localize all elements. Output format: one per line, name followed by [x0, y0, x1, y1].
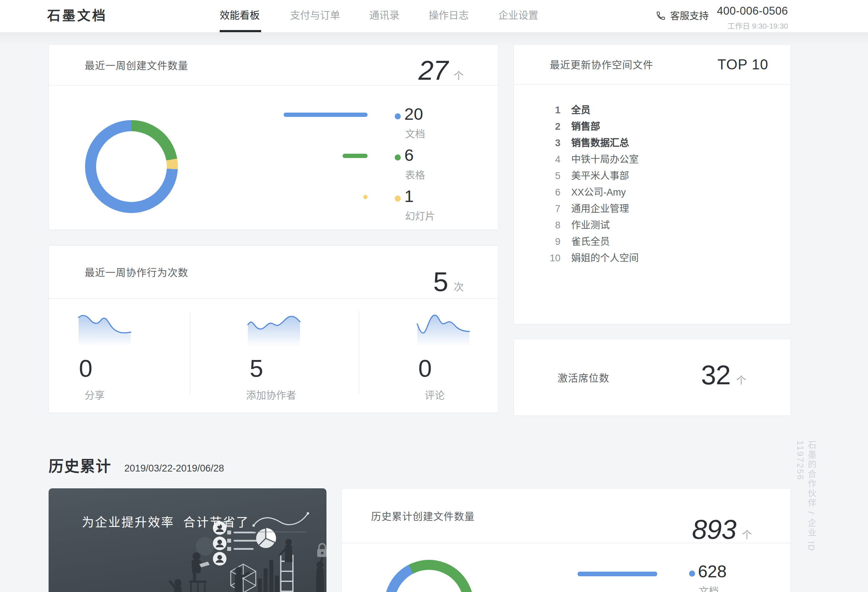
support-contact: 400-006-0506 工作日 9:30-19:30 [717, 4, 788, 31]
legend-value: 628 [698, 563, 726, 580]
legend-label: 幻灯片 [405, 209, 435, 223]
weekly-collaboration-card: 最近一周协作行为次数 5 次 0 5 0 分享 添加协作者 评论 [49, 246, 498, 413]
legend-bar-sheets [342, 154, 368, 158]
list-item[interactable]: 5美平米人事部 [514, 168, 790, 184]
list-item[interactable]: 1全员 [514, 102, 790, 118]
stat-value: 893 [692, 516, 736, 543]
promo-headline: 为企业提升效率 合计节省了 [82, 508, 311, 534]
legend-value: 6 [404, 147, 413, 163]
stat-unit: 个 [736, 376, 746, 386]
tab-contacts[interactable]: 通讯录 [369, 0, 399, 31]
top10-list: 1全员 2销售部 3销售数据汇总 4中铁十局办公室 5美平米人事部 6XX公司-… [514, 102, 790, 266]
legend-bar-slides [363, 195, 368, 199]
card-title: 最近一周创建文件数量 [85, 58, 188, 72]
list-item[interactable]: 6XX公司-Amy [514, 184, 790, 201]
stat-value: 32 [701, 361, 731, 389]
support-hours: 工作日 9:30-19:30 [717, 20, 788, 31]
top10-spaces-card: 最近更新协作空间文件 TOP 10 1全员 2销售部 3销售数据汇总 4中铁十局… [514, 44, 791, 324]
donut-legend: 20 文档 6 表格 1 幻灯片 [280, 105, 469, 228]
card-header: 最近一周协作行为次数 5 次 [49, 246, 498, 299]
legend-row-slides: 1 幻灯片 [280, 187, 469, 228]
support-phone-number: 400-006-0506 [717, 4, 788, 18]
history-section-header: 历史累计 2019/03/22-2019/06/28 [49, 454, 224, 476]
share-count: 0 [79, 356, 93, 380]
list-item[interactable]: 7通用企业管理 [514, 201, 790, 217]
column-divider [190, 311, 190, 395]
stat-value: 5 [433, 268, 448, 295]
column-divider [359, 311, 359, 395]
stat-value: 27 [418, 57, 448, 84]
stat-active-seats: 32 个 [701, 361, 746, 389]
collaborator-sparkline-chart [247, 312, 301, 346]
card-title: 最近一周协作行为次数 [85, 265, 188, 279]
legend-bar-docs [283, 112, 368, 117]
legend-label: 文档 [699, 583, 719, 592]
top-navigation-bar: 石墨文档 效能看板 支付与订单 通讯录 操作日志 企业设置 客服支持 400-0… [0, 0, 868, 32]
efficiency-promo-card: 为企业提升效率 合计节省了 [49, 488, 326, 592]
stat-unit: 个 [742, 530, 752, 540]
stat-total-actions: 5 次 [433, 268, 464, 295]
date-range: 2019/03/22-2019/06/28 [124, 463, 224, 474]
share-sparkline-chart [78, 312, 131, 346]
list-item[interactable]: 10娟姐的个人空间 [514, 250, 790, 266]
stat-unit: 个 [454, 71, 464, 81]
card-header: 最近一周创建文件数量 27 个 [49, 45, 498, 86]
comment-sparkline-chart [416, 312, 470, 346]
list-item[interactable]: 9雀氏全员 [514, 234, 790, 250]
tab-settings[interactable]: 企业设置 [498, 0, 538, 31]
bar-chart-shapes [258, 560, 279, 592]
card-header: 历史累计创建文件数量 893 个 [342, 489, 790, 543]
comment-label: 评论 [425, 388, 445, 402]
promo-text: 为企业提升效率 合计节省了 [82, 513, 249, 530]
card-title: 激活席位数 [558, 370, 610, 385]
cube-icon [231, 564, 256, 592]
phone-icon [656, 11, 666, 21]
header-shadow-band [0, 32, 868, 46]
app-logo[interactable]: 石墨文档 [47, 0, 107, 32]
list-item[interactable]: 3销售数据汇总 [514, 135, 790, 151]
card-title: 最近更新协作空间文件 [550, 57, 653, 71]
legend-value: 1 [404, 188, 413, 204]
trend-squiggle-icon [251, 507, 311, 534]
legend-dot-sheets [395, 154, 401, 160]
tab-dashboard[interactable]: 效能看板 [220, 0, 260, 31]
weekly-created-files-card: 最近一周创建文件数量 27 个 20 文档 6 表格 1 幻灯片 [49, 44, 498, 230]
comment-count: 0 [418, 356, 432, 380]
partner-watermark: 石墨的合作伙伴 / 企业 ID 1197256 [795, 440, 818, 592]
card-title: 历史累计创建文件数量 [371, 509, 475, 523]
legend-label: 表格 [405, 167, 425, 182]
bubble-shape [196, 537, 214, 555]
legend-dot-slides [395, 195, 401, 201]
collaborator-label: 添加协作者 [246, 388, 296, 402]
history-files-donut-chart [384, 560, 474, 592]
stat-total-files: 27 个 [418, 57, 464, 84]
legend-label: 文档 [405, 126, 425, 141]
legend-row-docs: 20 文档 [280, 105, 469, 146]
top10-badge: TOP 10 [717, 56, 768, 73]
history-created-files-card: 历史累计创建文件数量 893 个 628 文档 [341, 488, 791, 592]
legend-dot-docs [395, 113, 401, 119]
active-seats-card: 激活席位数 32 个 [514, 339, 791, 416]
stat-history-files: 893 个 [692, 516, 752, 543]
legend-dot-docs [689, 571, 695, 577]
lock-icon [317, 544, 326, 557]
list-item[interactable]: 8作业测试 [514, 217, 790, 234]
legend-bar-docs [577, 571, 657, 576]
weekly-files-donut-chart [85, 120, 178, 213]
support-label: 客服支持 [670, 0, 709, 32]
tab-payments[interactable]: 支付与订单 [290, 0, 340, 31]
active-tab-underline [220, 30, 261, 32]
stat-unit: 次 [454, 283, 464, 292]
list-item[interactable]: 4中铁十局办公室 [514, 151, 790, 168]
section-title: 历史累计 [49, 454, 111, 476]
collaborator-count: 5 [250, 356, 263, 380]
legend-row-sheets: 6 表格 [280, 146, 469, 187]
tab-logs[interactable]: 操作日志 [429, 0, 469, 31]
legend-value: 20 [404, 105, 423, 122]
teamwork-illustration [49, 488, 326, 592]
people-silhouettes [170, 539, 325, 592]
card-header: 最近更新协作空间文件 TOP 10 [514, 45, 790, 85]
list-item[interactable]: 2销售部 [514, 118, 790, 135]
share-label: 分享 [85, 388, 105, 402]
